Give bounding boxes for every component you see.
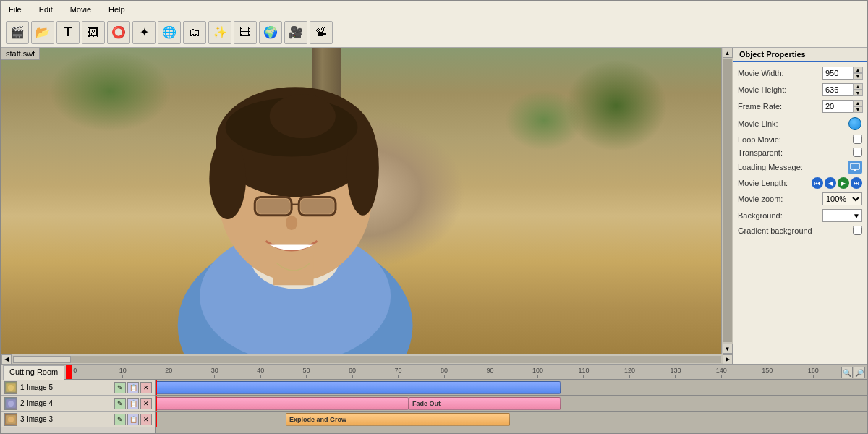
background-row: Background: ▼: [738, 209, 862, 222]
loop-movie-row: Loop Movie:: [738, 135, 862, 144]
movie-height-down[interactable]: ▼: [853, 90, 863, 96]
text-icon[interactable]: T: [56, 21, 80, 44]
timeline-body: 1-Image 5 ✎ 📋 ✕ 2-Image 4: [1, 380, 867, 433]
movie-play-btn[interactable]: ▶: [838, 177, 849, 189]
loop-movie-checkbox[interactable]: [853, 135, 862, 144]
frame-rate-value[interactable]: [825, 102, 853, 111]
track-icons-3: ✎ 📋 ✕: [114, 414, 152, 425]
playhead-track-2: [156, 396, 157, 411]
movie-width-value[interactable]: [825, 69, 853, 77]
ruler-marks: 0102030405060708090100110120130140150160…: [66, 365, 867, 378]
track-name-1: 1-Image 5: [20, 383, 111, 391]
playhead-marker[interactable]: [66, 365, 72, 380]
movie-link-row: Movie Link:: [738, 116, 862, 131]
film-strip-icon[interactable]: 📽: [310, 21, 333, 44]
background-picker[interactable]: ▼: [822, 209, 862, 222]
frame-rate-row: Frame Rate: ▲ ▼: [738, 100, 862, 113]
movie-zoom-row: Movie zoom: 100% 75% 50% 150%: [738, 192, 862, 205]
track-label-row-2: 2-Image 4 ✎ 📋 ✕: [1, 396, 155, 412]
track-clip-1-1[interactable]: [156, 381, 561, 394]
track-name-3: 3-Image 3: [20, 415, 111, 423]
open-icon[interactable]: 📂: [31, 21, 54, 44]
preview-scrollbar: ▲ ▼: [721, 48, 733, 354]
track-row-3: Explode and Grow: [156, 412, 867, 427]
menu-movie[interactable]: Movie: [66, 4, 95, 15]
svg-point-5: [209, 138, 246, 219]
circle-icon[interactable]: ⭕: [107, 21, 130, 44]
svg-point-17: [854, 169, 856, 171]
svg-point-8: [270, 94, 336, 138]
h-scroll-right-arrow[interactable]: ▶: [723, 354, 733, 365]
frame-rate-up[interactable]: ▲: [853, 100, 863, 106]
track-row-1: [156, 380, 867, 396]
movie-height-row: Movie Height: ▲ ▼: [738, 83, 862, 96]
star-wand-icon[interactable]: ✨: [208, 21, 231, 44]
person-silhouette: [1, 48, 721, 354]
movie-prev-btn[interactable]: ◀: [825, 177, 836, 189]
timeline-area: Cutting Room 010203040506070809010011012…: [1, 364, 867, 433]
track-edit-btn-3[interactable]: ✎: [114, 414, 126, 425]
track-thumb-3: [4, 413, 17, 426]
movie-height-value[interactable]: [825, 85, 853, 94]
ruler-mark-160: 160: [808, 367, 819, 378]
track-del-btn-2[interactable]: ✕: [140, 398, 152, 409]
track-clip-2-2[interactable]: Fade Out: [409, 397, 561, 410]
track-copy-btn-1[interactable]: 📋: [127, 382, 139, 393]
zoom-in-btn[interactable]: 🔎: [854, 367, 865, 378]
frame-rate-down[interactable]: ▼: [853, 106, 863, 113]
scroll-up-arrow[interactable]: ▲: [723, 48, 733, 58]
transparent-checkbox[interactable]: [853, 148, 862, 157]
track-del-btn-1[interactable]: ✕: [140, 382, 152, 393]
movie-prev-start-btn[interactable]: ⏮: [812, 177, 823, 189]
track-clip-3-1[interactable]: Explode and Grow: [286, 413, 510, 426]
movie-width-down[interactable]: ▼: [853, 73, 863, 80]
track-clip-2-1[interactable]: [156, 397, 409, 410]
h-scroll-thumb[interactable]: [13, 356, 71, 363]
cylinder-icon[interactable]: 🗂: [183, 21, 206, 44]
clapboard-icon[interactable]: 🎥: [284, 21, 307, 44]
movie-width-up[interactable]: ▲: [853, 67, 863, 73]
film-icon[interactable]: 🎞: [234, 21, 257, 44]
image-icon[interactable]: 🖼: [82, 21, 105, 44]
ruler-mark-0: 0: [73, 367, 77, 378]
movie-height-up[interactable]: ▲: [853, 83, 863, 90]
track-icons-2: ✎ 📋 ✕: [114, 398, 152, 409]
menu-help[interactable]: Help: [104, 4, 129, 15]
properties-tab[interactable]: Object Properties: [733, 48, 867, 62]
h-scroll-track: [13, 356, 721, 363]
movie-next-btn[interactable]: ⏭: [851, 177, 862, 189]
content-row: staff.swf: [1, 48, 867, 364]
movie-width-input: ▲ ▼: [822, 67, 862, 80]
track-edit-btn-2[interactable]: ✎: [114, 398, 126, 409]
cursor-icon[interactable]: ✦: [132, 21, 156, 44]
track-edit-btn-1[interactable]: ✎: [114, 382, 126, 393]
cutting-room-tab[interactable]: Cutting Room: [3, 365, 64, 380]
track-copy-btn-2[interactable]: 📋: [127, 398, 139, 409]
toolbar: 🎬 📂 T 🖼 ⭕ ✦ 🌐 🗂 ✨ 🎞 🌍 🎥 📽: [1, 17, 867, 48]
scroll-thumb[interactable]: [723, 59, 732, 342]
track-del-btn-3[interactable]: ✕: [140, 414, 152, 425]
gradient-bg-checkbox[interactable]: [853, 226, 862, 235]
ruler-mark-80: 80: [441, 367, 448, 378]
track-label-row-1: 1-Image 5 ✎ 📋 ✕: [1, 380, 155, 396]
new-icon[interactable]: 🎬: [6, 21, 29, 44]
h-scroll-left-arrow[interactable]: ◀: [1, 354, 12, 365]
menu-edit[interactable]: Edit: [35, 4, 57, 15]
loading-message-icon[interactable]: [848, 161, 862, 174]
transparent-row: Transparent:: [738, 148, 862, 157]
track-copy-btn-3[interactable]: 📋: [127, 414, 139, 425]
zoom-out-btn[interactable]: 🔍: [841, 367, 853, 378]
loop-movie-label: Loop Movie:: [738, 135, 807, 144]
menu-file[interactable]: File: [4, 4, 26, 15]
svg-rect-12: [256, 198, 290, 213]
ruler-mark-100: 100: [532, 367, 543, 378]
frame-rate-spinner: ▲ ▼: [853, 100, 863, 113]
movie-link-icon[interactable]: [848, 116, 862, 131]
movie-zoom-select[interactable]: 100% 75% 50% 150%: [822, 192, 862, 205]
scroll-down-arrow[interactable]: ▼: [723, 344, 733, 354]
movie-height-input: ▲ ▼: [822, 83, 862, 96]
earth-icon[interactable]: 🌍: [259, 21, 282, 44]
h-scrollbar: ◀ ▶: [1, 354, 733, 364]
ruler-mark-140: 140: [716, 367, 727, 378]
globe-tool-icon[interactable]: 🌐: [158, 21, 181, 44]
